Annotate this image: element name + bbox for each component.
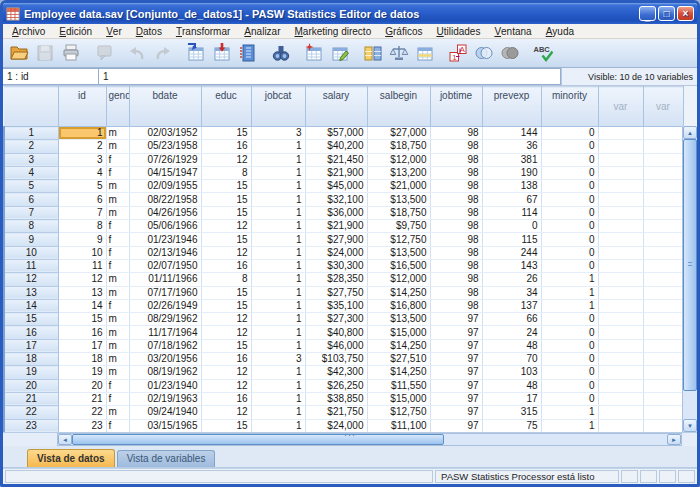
column-header-var2[interactable]: var [643, 87, 683, 127]
cell[interactable]: 0 [541, 379, 598, 392]
column-header-jobcat[interactable]: jobcat [251, 87, 305, 127]
cell[interactable] [643, 166, 683, 179]
cell[interactable] [643, 379, 683, 392]
column-header-educ[interactable]: educ [201, 87, 251, 127]
cell[interactable]: 244 [482, 246, 541, 259]
cell[interactable]: 01/23/1946 [129, 233, 201, 246]
cell[interactable]: $42,300 [305, 366, 367, 379]
cell[interactable]: f [106, 233, 129, 246]
row-header-6[interactable]: 6 [4, 193, 58, 206]
row-header-7[interactable]: 7 [4, 206, 58, 219]
cell[interactable]: 3 [251, 353, 305, 366]
horizontal-scrollbar[interactable]: ◄ ► [57, 433, 682, 446]
cell[interactable]: $13,500 [367, 193, 430, 206]
cell[interactable] [643, 206, 683, 219]
cell[interactable]: 12 [58, 273, 106, 286]
cell[interactable]: $103,750 [305, 353, 367, 366]
cell[interactable]: 14 [58, 299, 106, 312]
cell[interactable] [598, 206, 643, 219]
cell[interactable]: 0 [541, 233, 598, 246]
menu-ver[interactable]: Ver [99, 24, 129, 38]
cell[interactable]: 15 [58, 313, 106, 326]
cell[interactable]: 1 [251, 180, 305, 193]
cell[interactable]: $11,100 [367, 419, 430, 432]
menu-marketing-directo[interactable]: Marketing directo [288, 24, 379, 38]
cell[interactable]: f [106, 299, 129, 312]
column-header-gender[interactable]: gender [106, 87, 129, 127]
cell[interactable]: $21,450 [305, 153, 367, 166]
cell[interactable]: 75 [482, 419, 541, 432]
cell[interactable]: 70 [482, 353, 541, 366]
menu-utilidades[interactable]: Utilidades [429, 24, 487, 38]
cell[interactable]: 3 [58, 153, 106, 166]
cell[interactable]: 137 [482, 299, 541, 312]
cell[interactable]: 0 [541, 246, 598, 259]
cell[interactable]: 98 [430, 259, 482, 272]
cell[interactable]: 1 [251, 313, 305, 326]
cell-reference[interactable]: 1 : id [3, 68, 99, 85]
cell[interactable]: 13 [58, 286, 106, 299]
cell[interactable]: 12 [201, 326, 251, 339]
cell[interactable]: 144 [482, 127, 541, 140]
cell[interactable] [643, 127, 683, 140]
cell[interactable] [643, 220, 683, 233]
cell[interactable]: $15,000 [367, 326, 430, 339]
cell[interactable] [643, 326, 683, 339]
cell[interactable]: 98 [430, 153, 482, 166]
cell[interactable] [643, 140, 683, 153]
cell[interactable]: 48 [482, 379, 541, 392]
select-all-corner[interactable] [4, 87, 58, 127]
cell[interactable]: $35,100 [305, 299, 367, 312]
cell[interactable]: $28,350 [305, 273, 367, 286]
column-header-prevexp[interactable]: prevexp [482, 87, 541, 127]
cell[interactable] [598, 273, 643, 286]
cell[interactable]: 12 [201, 220, 251, 233]
column-header-jobtime[interactable]: jobtime [430, 87, 482, 127]
cell[interactable]: m [106, 180, 129, 193]
cell[interactable]: 07/18/1962 [129, 339, 201, 352]
cell[interactable]: $12,000 [367, 153, 430, 166]
cell[interactable] [598, 153, 643, 166]
cell[interactable]: 9 [58, 233, 106, 246]
cell[interactable]: f [106, 166, 129, 179]
cell[interactable] [643, 339, 683, 352]
cell[interactable]: $15,000 [367, 392, 430, 405]
split-file-button[interactable] [360, 41, 386, 65]
column-header-salbegin[interactable]: salbegin [367, 87, 430, 127]
cell[interactable]: 6 [58, 193, 106, 206]
cell[interactable] [598, 353, 643, 366]
cell[interactable] [598, 339, 643, 352]
cell[interactable] [598, 140, 643, 153]
cell[interactable]: 115 [482, 233, 541, 246]
cell[interactable] [598, 326, 643, 339]
row-header-19[interactable]: 19 [4, 366, 58, 379]
scroll-right-icon[interactable]: ► [667, 434, 681, 445]
row-header-13[interactable]: 13 [4, 286, 58, 299]
cell[interactable]: 98 [430, 220, 482, 233]
cell[interactable]: 1 [251, 339, 305, 352]
cell[interactable] [643, 366, 683, 379]
cell[interactable]: 11/17/1964 [129, 326, 201, 339]
cell[interactable]: 23 [58, 419, 106, 432]
row-header-11[interactable]: 11 [4, 259, 58, 272]
cell[interactable]: 8 [58, 220, 106, 233]
cell[interactable]: 381 [482, 153, 541, 166]
cell[interactable]: $57,000 [305, 127, 367, 140]
cell[interactable]: m [106, 406, 129, 419]
cell[interactable]: 17 [58, 339, 106, 352]
cell[interactable]: $32,100 [305, 193, 367, 206]
cell[interactable]: 16 [201, 259, 251, 272]
row-header-3[interactable]: 3 [4, 153, 58, 166]
cell[interactable] [598, 392, 643, 405]
row-header-10[interactable]: 10 [4, 246, 58, 259]
row-header-12[interactable]: 12 [4, 273, 58, 286]
cell[interactable]: m [106, 366, 129, 379]
cell[interactable]: f [106, 153, 129, 166]
vertical-scroll-thumb[interactable] [683, 139, 697, 391]
variable-sets-button[interactable] [471, 41, 497, 65]
cell[interactable]: $38,850 [305, 392, 367, 405]
cell[interactable]: 1 [251, 326, 305, 339]
cell[interactable]: m [106, 193, 129, 206]
cell[interactable]: 12 [201, 313, 251, 326]
cell[interactable]: 02/07/1950 [129, 259, 201, 272]
